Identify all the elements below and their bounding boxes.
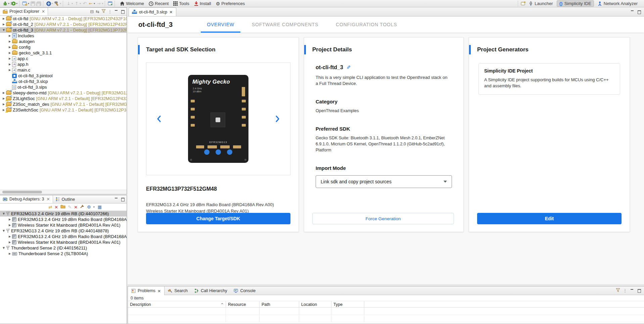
view-menu-icon[interactable]: ⋮	[108, 9, 112, 14]
expand-arrow-icon[interactable]: ▶	[1, 91, 6, 94]
explorer-item-app-h[interactable]: ▶ .h app.h	[0, 61, 127, 67]
minimize-icon[interactable]	[630, 289, 634, 292]
editor-tab-slcp[interactable]: ot-cli-ftd_3.slcp ×	[129, 7, 176, 16]
preferences-button[interactable]: ⚙ Preferences	[216, 1, 245, 6]
explorer-item-app-c[interactable]: ▶ .c app.c	[0, 56, 127, 61]
adapter-tools-icon[interactable]	[80, 204, 85, 210]
edit-name-icon[interactable]: ✎	[347, 64, 351, 71]
adapter-item-efr32mg13-rb-1[interactable]: ▼ EFR32MG13 2.4 GHz 19 dBm RB (ID:440107…	[0, 211, 127, 217]
carousel-prev-button[interactable]	[156, 115, 161, 123]
back-icon[interactable]: ←	[88, 1, 94, 7]
adapter-item-thunderboard[interactable]: ▼ Thunderboard Sense 2 (ID:440156211)	[0, 245, 127, 251]
forward-caret[interactable]: ▾	[102, 1, 103, 7]
explorer-item-autogen[interactable]: ▶ autogen	[0, 39, 127, 44]
delete-icon[interactable]: ×	[74, 204, 78, 210]
explorer-item-z3lightsoc[interactable]: ▶ C Z3LightSoc [GNU ARM v7.2.1 - Default…	[0, 96, 127, 101]
explorer-item-includes[interactable]: ▶ h Includes	[0, 33, 127, 39]
generator-item[interactable]: Simplicity IDE Project A Simplicity IDE …	[478, 63, 620, 95]
new-wizard-icon[interactable]	[22, 1, 28, 7]
maximize-icon[interactable]	[121, 10, 125, 13]
edit-button[interactable]: Edit	[477, 213, 622, 224]
undo-icon[interactable]: ↶	[82, 1, 88, 7]
adapter-item-radio-board[interactable]: ▶ EFR32MG13 2.4 GHz 19 dBm Radio Board (…	[0, 234, 127, 239]
debug-icon[interactable]	[2, 1, 8, 7]
collapse-arrow-icon[interactable]: ▼	[1, 246, 6, 249]
explorer-item-ot-cli-ftd_2[interactable]: ▶ C ot-cli-ftd_2 [GNU ARM v7.2.1 - Debug…	[0, 21, 127, 27]
close-icon[interactable]: ×	[157, 288, 161, 293]
compass-icon[interactable]	[46, 1, 52, 7]
recent-button[interactable]: Recent	[149, 1, 169, 6]
adapter-item-efr32mg13-rb-2[interactable]: ▼ EFR32MG13 2.4 GHz 19 dBm RB (ID:440148…	[0, 228, 127, 234]
maximize-icon[interactable]	[637, 289, 641, 292]
column-header-path[interactable]: Path	[260, 301, 299, 307]
tab-project-explorer[interactable]: Project Explorer ×	[0, 8, 48, 15]
compass-dropdown-caret[interactable]: ▾	[52, 1, 53, 7]
minimize-icon[interactable]	[114, 197, 119, 201]
explorer-item-slcp[interactable]: ot-cli-ftd_3.slcp	[0, 79, 127, 84]
explorer-item-main-c[interactable]: ▶ .c main.c	[0, 67, 127, 73]
collapse-arrow-icon[interactable]: ▼	[1, 212, 6, 215]
expand-arrow-icon[interactable]: ▶	[7, 46, 12, 49]
adapter-settings-icon[interactable]: ⚙	[87, 204, 91, 210]
expand-arrow-icon[interactable]: ▶	[1, 17, 6, 20]
tab-debug-adapters[interactable]: Debug Adapters: 3 ×	[0, 195, 53, 203]
tab-problems[interactable]: Problems ×	[128, 286, 165, 295]
expand-arrow-icon[interactable]: ▶	[7, 68, 12, 72]
filter-icon[interactable]	[101, 9, 106, 14]
expand-arrow-icon[interactable]: ▶	[7, 224, 12, 227]
collapse-all-icon[interactable]: ⊟	[90, 9, 94, 14]
collapse-arrow-icon[interactable]: ▼	[1, 29, 6, 32]
expand-arrow-icon[interactable]: ▶	[7, 63, 12, 66]
install-button[interactable]: Install	[194, 1, 211, 6]
adapter-item-radio-board[interactable]: ▶ EFR32MG13 2.4 GHz 19 dBm Radio Board (…	[0, 217, 127, 222]
explorer-item-z3soc-match-des[interactable]: ▶ C Z3Soc_match_des [GNU ARM v7.2.1 - De…	[0, 101, 127, 107]
perspective-launcher[interactable]: Launcher	[526, 1, 555, 6]
build-hammer-icon[interactable]	[54, 1, 60, 7]
maximize-icon[interactable]	[121, 197, 125, 201]
tab-software-components[interactable]: SOFTWARE COMPONENTS	[246, 16, 324, 33]
tools-button[interactable]: Tools	[173, 1, 189, 6]
adapter-item-thunderboard-sltb[interactable]: ▶ Thunderboard Sense 2 (SLTB004A)	[0, 251, 127, 257]
columns-icon[interactable]: ▦	[98, 204, 102, 210]
tab-console[interactable]: Console	[230, 286, 259, 295]
explorer-item-pintool[interactable]: ot-cli-ftd_3.pintool	[0, 73, 127, 79]
maximize-icon[interactable]	[637, 10, 641, 14]
external-tools-icon[interactable]	[107, 1, 113, 7]
column-header-type[interactable]: Type	[331, 301, 364, 307]
connect-icon[interactable]: ⇄	[48, 204, 52, 210]
expand-arrow-icon[interactable]: ▶	[7, 235, 12, 238]
tab-search[interactable]: Search	[165, 286, 191, 295]
forward-icon[interactable]: →	[96, 1, 102, 7]
close-icon[interactable]: ×	[169, 9, 173, 14]
expand-arrow-icon[interactable]: ▶	[1, 23, 6, 26]
adapter-item-mainboard[interactable]: ▶ Wireless Starter Kit Mainboard (BRD400…	[0, 239, 127, 245]
change-target-sdk-button[interactable]: Change Target/SDK	[146, 213, 290, 224]
explorer-item-sleepy-demo-mtd[interactable]: ▶ C sleepy-demo-mtd [GNU ARM v7.2.1 - De…	[0, 90, 127, 96]
collapse-arrow-icon[interactable]: ▼	[1, 229, 6, 232]
horizontal-scrollbar[interactable]	[0, 190, 127, 194]
minimize-icon[interactable]	[114, 10, 119, 13]
close-icon[interactable]: ×	[42, 9, 45, 14]
run-dropdown-caret[interactable]: ▾	[16, 1, 17, 7]
tab-configuration-tools[interactable]: CONFIGURATION TOOLS	[330, 16, 403, 33]
force-generation-button[interactable]: Force Generation	[312, 213, 454, 224]
last-edit-icon[interactable]: ↓	[65, 1, 72, 7]
column-header-location[interactable]: Location	[299, 301, 331, 307]
explorer-item-config[interactable]: ▶ config	[0, 44, 127, 50]
adapter-settings-caret[interactable]: ▾	[93, 204, 95, 210]
explorer-item-ot-cli-ftd[interactable]: ▶ C ot-cli-ftd [GNU ARM v7.2.1 - Debug] …	[0, 16, 127, 21]
view-menu-icon[interactable]: ⋮	[623, 288, 627, 293]
scrollbar-thumb[interactable]	[2, 191, 42, 193]
back-caret[interactable]: ▾	[94, 1, 95, 7]
expand-arrow-icon[interactable]: ▶	[7, 34, 12, 37]
tab-overview[interactable]: OVERVIEW	[201, 16, 240, 33]
expand-arrow-icon[interactable]: ▶	[7, 218, 12, 221]
last-edit-caret[interactable]: ▾	[72, 1, 73, 7]
welcome-button[interactable]: Welcome	[120, 1, 144, 6]
save-all-icon[interactable]	[36, 1, 42, 7]
tab-call-hierarchy[interactable]: Call Hierarchy	[191, 286, 231, 295]
column-header-description[interactable]: Description ^	[128, 301, 226, 307]
save-icon[interactable]	[30, 1, 36, 7]
import-mode-select[interactable]: Link sdk and copy project sources	[316, 175, 452, 188]
new-group-folder-icon[interactable]	[60, 204, 65, 210]
